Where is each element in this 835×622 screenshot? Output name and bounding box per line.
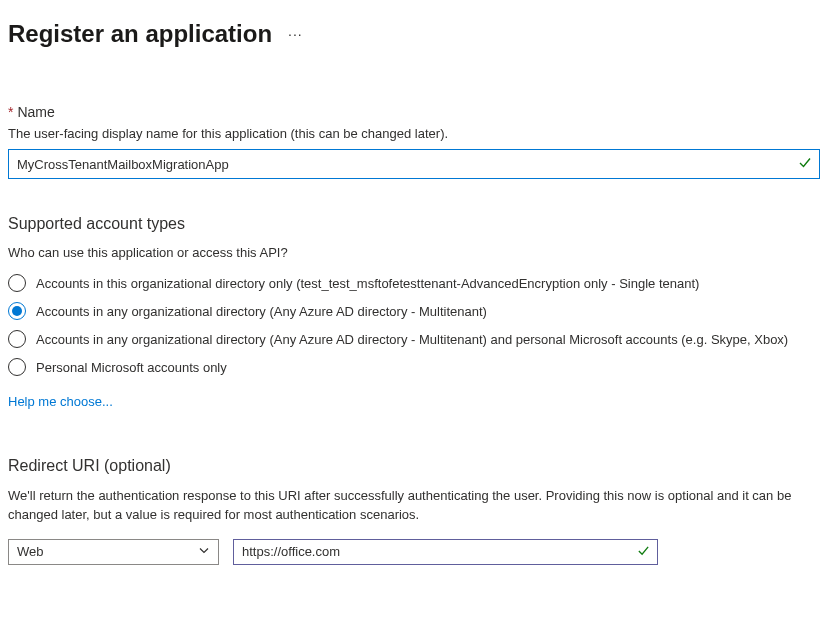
radio-icon (8, 302, 26, 320)
radio-label: Accounts in any organizational directory… (36, 332, 788, 347)
chevron-down-icon (198, 544, 210, 559)
radio-personal-only[interactable]: Personal Microsoft accounts only (8, 358, 827, 376)
redirect-heading: Redirect URI (optional) (8, 457, 827, 475)
required-asterisk: * (8, 104, 13, 120)
page-title: Register an application (8, 20, 272, 48)
platform-select-value: Web (17, 544, 44, 559)
radio-label: Accounts in this organizational director… (36, 276, 699, 291)
help-me-choose-link[interactable]: Help me choose... (8, 394, 113, 409)
radio-icon (8, 330, 26, 348)
radio-multitenant-personal[interactable]: Accounts in any organizational directory… (8, 330, 827, 348)
account-types-question: Who can use this application or access t… (8, 245, 827, 260)
radio-multitenant[interactable]: Accounts in any organizational directory… (8, 302, 827, 320)
platform-select[interactable]: Web (8, 539, 219, 565)
name-input[interactable] (8, 149, 820, 179)
redirect-uri-input[interactable] (233, 539, 658, 565)
more-actions-icon[interactable]: ··· (288, 26, 303, 42)
radio-label: Accounts in any organizational directory… (36, 304, 487, 319)
name-label-text: Name (17, 104, 54, 120)
name-helper-text: The user-facing display name for this ap… (8, 126, 827, 141)
redirect-description: We'll return the authentication response… (8, 487, 824, 525)
radio-label: Personal Microsoft accounts only (36, 360, 227, 375)
account-types-heading: Supported account types (8, 215, 827, 233)
name-field-label: *Name (8, 104, 827, 120)
radio-icon (8, 274, 26, 292)
radio-icon (8, 358, 26, 376)
account-types-radio-group: Accounts in this organizational director… (8, 274, 827, 376)
radio-single-tenant[interactable]: Accounts in this organizational director… (8, 274, 827, 292)
